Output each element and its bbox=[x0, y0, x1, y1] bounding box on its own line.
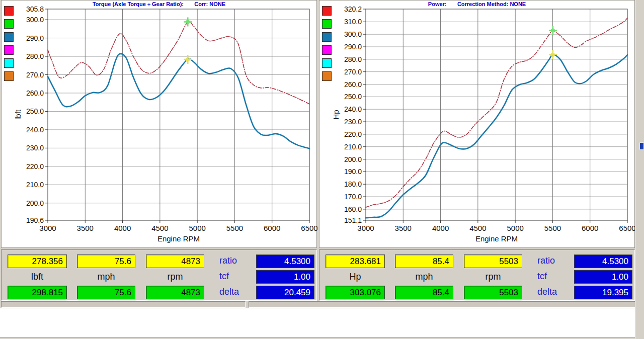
rpm-unit-label: rpm bbox=[146, 271, 204, 282]
rpm-unit-label: rpm bbox=[464, 271, 522, 282]
svg-text:220.0: 220.0 bbox=[344, 130, 362, 138]
svg-text:240.0: 240.0 bbox=[26, 126, 44, 134]
rpm-live-value: 5503 bbox=[464, 255, 522, 268]
svg-text:180.0: 180.0 bbox=[344, 180, 362, 188]
torque-chart-panel: Torque (Axle Torque ÷ Gear Ratio): Corr:… bbox=[1, 0, 317, 248]
power-unit-label: Hp bbox=[326, 271, 385, 282]
speed-unit-label: mph bbox=[77, 271, 135, 282]
svg-text:270.0: 270.0 bbox=[26, 71, 44, 79]
torque-chart: 305.8300.0290.0280.0270.0260.0250.0240.0… bbox=[2, 1, 317, 248]
speed-reference-value: 85.4 bbox=[395, 286, 453, 299]
svg-text:3000: 3000 bbox=[39, 224, 56, 232]
svg-text:151.1: 151.1 bbox=[344, 216, 362, 224]
ratio-label: ratio bbox=[537, 256, 555, 266]
svg-text:200.0: 200.0 bbox=[26, 199, 44, 207]
svg-text:6500: 6500 bbox=[619, 224, 635, 232]
tcf-label: tcf bbox=[219, 271, 229, 282]
svg-text:4500: 4500 bbox=[151, 224, 168, 232]
rpm-reference-value: 5503 bbox=[464, 286, 522, 299]
power-readout-panel: 283.681 85.4 5503 Hp mph rpm 303.076 85.… bbox=[319, 249, 635, 301]
svg-text:220.0: 220.0 bbox=[26, 162, 44, 171]
svg-text:Engine RPM: Engine RPM bbox=[475, 234, 518, 243]
rpm-live-value: 4873 bbox=[146, 255, 204, 268]
right-edge-strip bbox=[635, 0, 644, 339]
svg-text:3500: 3500 bbox=[395, 224, 412, 232]
svg-text:290.0: 290.0 bbox=[26, 34, 44, 42]
speed-live-value: 85.4 bbox=[395, 255, 453, 268]
svg-text:250.0: 250.0 bbox=[344, 93, 362, 101]
svg-text:Engine RPM: Engine RPM bbox=[157, 234, 200, 243]
svg-text:5500: 5500 bbox=[544, 224, 561, 232]
svg-text:250.0: 250.0 bbox=[26, 107, 44, 115]
svg-text:210.0: 210.0 bbox=[26, 181, 44, 189]
ratio-label: ratio bbox=[219, 256, 237, 266]
power-chart-panel: Power: Correction Method: NONE 320.2310.… bbox=[319, 0, 635, 248]
delta-label: delta bbox=[219, 287, 239, 297]
svg-text:4000: 4000 bbox=[114, 224, 131, 232]
power-reference-value: 303.076 bbox=[326, 286, 385, 299]
svg-text:5500: 5500 bbox=[226, 224, 243, 232]
svg-text:6000: 6000 bbox=[264, 224, 280, 232]
svg-text:Hp: Hp bbox=[332, 110, 340, 119]
speed-live-value: 75.6 bbox=[77, 255, 135, 268]
speed-reference-value: 75.6 bbox=[77, 286, 135, 299]
svg-text:5000: 5000 bbox=[189, 224, 205, 232]
svg-text:280.0: 280.0 bbox=[344, 55, 362, 63]
delta-label: delta bbox=[537, 287, 557, 297]
rpm-reference-value: 4873 bbox=[146, 286, 204, 299]
svg-text:280.0: 280.0 bbox=[26, 52, 44, 60]
svg-text:230.0: 230.0 bbox=[344, 118, 362, 126]
svg-text:190.0: 190.0 bbox=[344, 167, 362, 176]
speed-unit-label: mph bbox=[395, 271, 453, 282]
svg-text:200.0: 200.0 bbox=[344, 155, 362, 163]
svg-text:270.0: 270.0 bbox=[344, 68, 362, 76]
svg-text:3500: 3500 bbox=[77, 224, 94, 232]
svg-text:170.0: 170.0 bbox=[344, 193, 362, 201]
svg-text:260.0: 260.0 bbox=[26, 89, 44, 97]
scrollbar-thumb[interactable] bbox=[639, 142, 644, 150]
svg-text:320.2: 320.2 bbox=[344, 5, 362, 13]
svg-text:305.8: 305.8 bbox=[26, 5, 44, 13]
torque-live-value: 278.356 bbox=[8, 255, 67, 268]
ratio-value: 4.5300 bbox=[256, 255, 314, 268]
torque-readout-panel: 278.356 75.6 4873 lbft mph rpm 298.815 7… bbox=[1, 249, 317, 301]
svg-text:190.6: 190.6 bbox=[26, 216, 44, 224]
delta-value: 20.459 bbox=[256, 286, 314, 299]
torque-unit-label: lbft bbox=[8, 271, 67, 282]
svg-text:260.0: 260.0 bbox=[344, 80, 362, 89]
svg-text:230.0: 230.0 bbox=[26, 144, 44, 152]
svg-text:lbft: lbft bbox=[14, 109, 22, 120]
power-live-value: 283.681 bbox=[326, 255, 385, 268]
torque-reference-value: 298.815 bbox=[8, 286, 67, 299]
svg-text:6500: 6500 bbox=[301, 224, 317, 232]
ratio-value: 4.5300 bbox=[574, 255, 632, 268]
svg-text:310.0: 310.0 bbox=[344, 18, 362, 26]
dyno-app-window: { "chart_data": [ { "type": "line", "tit… bbox=[0, 0, 644, 339]
tcf-value: 1.00 bbox=[256, 270, 314, 284]
power-chart: 320.2310.0300.0290.0280.0270.0260.0250.0… bbox=[319, 1, 635, 248]
footer-strip: HPS PERFORMANCE PRODUCTS Folder hps_15st… bbox=[0, 308, 644, 338]
svg-text:160.0: 160.0 bbox=[344, 205, 362, 213]
svg-text:300.0: 300.0 bbox=[26, 16, 44, 24]
toolbar-divider-right bbox=[249, 301, 643, 308]
svg-text:300.0: 300.0 bbox=[344, 30, 362, 38]
svg-text:6000: 6000 bbox=[582, 224, 598, 232]
tcf-value: 1.00 bbox=[574, 270, 632, 284]
delta-value: 19.395 bbox=[574, 286, 632, 299]
svg-text:240.0: 240.0 bbox=[344, 105, 362, 113]
svg-text:4000: 4000 bbox=[432, 224, 449, 232]
tcf-label: tcf bbox=[537, 271, 547, 282]
svg-text:5000: 5000 bbox=[507, 224, 523, 232]
svg-text:3000: 3000 bbox=[357, 224, 374, 232]
toolbar-divider-left bbox=[1, 301, 246, 308]
svg-text:210.0: 210.0 bbox=[344, 143, 362, 151]
svg-text:290.0: 290.0 bbox=[344, 43, 362, 51]
svg-text:4500: 4500 bbox=[469, 224, 486, 232]
